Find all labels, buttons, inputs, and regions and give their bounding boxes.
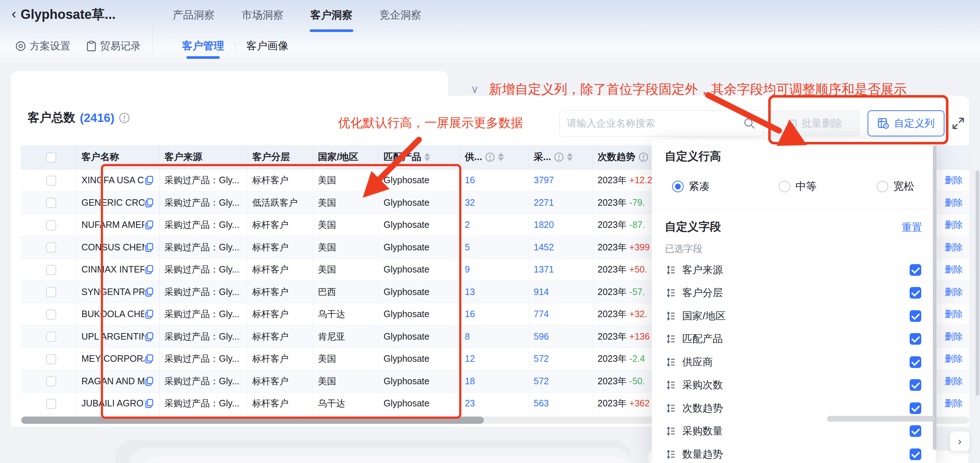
delete-link[interactable]: 删除 <box>945 242 963 252</box>
vertical-scrollbar[interactable] <box>933 145 937 450</box>
row-checkbox[interactable] <box>46 198 56 208</box>
info-icon[interactable] <box>119 112 130 124</box>
supplier-count-link[interactable]: 13 <box>465 287 475 297</box>
nav-tab-1[interactable]: 产品洞察 <box>171 8 216 32</box>
copy-icon[interactable] <box>144 332 154 342</box>
field-checkbox[interactable] <box>910 264 921 276</box>
delete-link[interactable]: 删除 <box>945 353 963 364</box>
sort-icon[interactable] <box>498 153 504 161</box>
info-icon[interactable] <box>485 152 495 162</box>
row-height-radio-3[interactable]: 宽松 <box>877 179 914 194</box>
drag-handle-icon[interactable] <box>665 311 676 321</box>
copy-icon[interactable] <box>144 175 154 185</box>
delete-link[interactable]: 删除 <box>945 398 963 408</box>
purchase-count-link[interactable]: 1452 <box>534 242 554 252</box>
scheme-settings-button[interactable]: 方案设置 <box>15 39 70 53</box>
search-input[interactable] <box>567 118 743 129</box>
drag-handle-icon[interactable] <box>665 426 676 436</box>
nav-tab-2[interactable]: 市场洞察 <box>240 8 285 32</box>
purchase-count-link[interactable]: 2271 <box>534 197 554 208</box>
drag-handle-icon[interactable] <box>665 403 676 414</box>
row-checkbox[interactable] <box>46 376 56 386</box>
supplier-count-link[interactable]: 12 <box>465 353 475 364</box>
purchase-count-link[interactable]: 572 <box>534 353 549 364</box>
copy-icon[interactable] <box>144 198 154 208</box>
nav-tab-4[interactable]: 竞企洞察 <box>378 8 423 32</box>
copy-icon[interactable] <box>144 265 154 274</box>
copy-icon[interactable] <box>144 354 154 364</box>
info-icon[interactable] <box>554 152 564 162</box>
copy-icon[interactable] <box>144 243 154 252</box>
custom-columns-button[interactable]: 自定义列 <box>867 110 945 136</box>
delete-link[interactable]: 删除 <box>945 309 963 319</box>
row-height-radio-2[interactable]: 中等 <box>779 179 816 194</box>
batch-delete-button[interactable]: 批量删除 <box>770 110 859 136</box>
field-checkbox[interactable] <box>910 449 921 460</box>
drag-handle-icon[interactable] <box>665 265 676 275</box>
drag-handle-icon[interactable] <box>665 380 676 390</box>
supplier-count-link[interactable]: 23 <box>465 398 475 408</box>
row-checkbox[interactable] <box>46 220 56 230</box>
panel-horizontal-scrollbar[interactable] <box>827 416 935 421</box>
delete-link[interactable]: 删除 <box>945 287 963 297</box>
column-header[interactable]: 客户名称 <box>76 145 159 169</box>
sub-tab-1[interactable]: 客户管理 <box>181 35 225 59</box>
row-checkbox[interactable] <box>46 176 56 186</box>
column-header[interactable]: 国家/地区 <box>313 145 378 169</box>
row-height-radio-1[interactable]: 紧凑 <box>672 179 710 194</box>
row-checkbox[interactable] <box>46 354 56 364</box>
sub-tab-2[interactable]: 客户画像 <box>245 35 289 59</box>
field-checkbox[interactable] <box>910 402 921 414</box>
page-vertical-scrollbar[interactable] <box>976 171 979 396</box>
field-checkbox[interactable] <box>910 379 921 391</box>
row-checkbox[interactable] <box>46 332 56 342</box>
supplier-count-link[interactable]: 2 <box>465 220 470 230</box>
supplier-count-link[interactable]: 5 <box>465 242 470 252</box>
column-header[interactable]: 供... <box>460 145 528 169</box>
row-checkbox[interactable] <box>46 399 56 409</box>
field-checkbox[interactable] <box>910 310 921 322</box>
drag-handle-icon[interactable] <box>665 357 676 367</box>
purchase-count-link[interactable]: 572 <box>534 376 549 386</box>
row-checkbox[interactable] <box>46 310 56 320</box>
sort-icon[interactable] <box>567 153 573 161</box>
drag-handle-icon[interactable] <box>665 287 676 298</box>
column-header[interactable]: 匹配产品 <box>378 145 460 169</box>
copy-icon[interactable] <box>144 287 154 297</box>
purchase-count-link[interactable]: 563 <box>534 398 549 408</box>
nav-tab-3[interactable]: 客户洞察 <box>309 8 354 32</box>
reset-link[interactable]: 重置 <box>902 220 922 235</box>
copy-icon[interactable] <box>144 376 154 386</box>
next-page-button[interactable]: › <box>950 431 970 452</box>
sort-icon[interactable] <box>424 153 430 161</box>
select-all-checkbox[interactable] <box>46 152 56 163</box>
drag-handle-icon[interactable] <box>665 449 676 460</box>
purchase-count-link[interactable]: 774 <box>534 309 549 319</box>
delete-link[interactable]: 删除 <box>945 197 963 208</box>
purchase-count-link[interactable]: 1371 <box>534 264 554 274</box>
delete-link[interactable]: 删除 <box>945 376 963 386</box>
copy-icon[interactable] <box>144 398 154 408</box>
field-checkbox[interactable] <box>910 333 921 345</box>
field-checkbox[interactable] <box>910 287 921 299</box>
supplier-count-link[interactable]: 9 <box>465 264 470 274</box>
supplier-count-link[interactable]: 8 <box>465 331 470 342</box>
purchase-count-link[interactable]: 3797 <box>534 175 554 185</box>
copy-icon[interactable] <box>144 220 154 230</box>
purchase-count-link[interactable]: 1820 <box>534 220 554 230</box>
column-header[interactable]: 客户来源 <box>159 145 247 169</box>
supplier-count-link[interactable]: 16 <box>465 175 475 185</box>
purchase-count-link[interactable]: 596 <box>534 331 549 342</box>
horizontal-scrollbar-thumb[interactable] <box>21 417 484 424</box>
supplier-count-link[interactable]: 18 <box>465 376 475 386</box>
trade-records-button[interactable]: 贸易记录 <box>86 39 141 53</box>
row-checkbox[interactable] <box>46 287 56 297</box>
column-header[interactable]: 客户分层 <box>247 145 313 169</box>
supplier-count-link[interactable]: 32 <box>465 197 475 208</box>
copy-icon[interactable] <box>144 309 154 319</box>
search-icon[interactable] <box>743 117 756 129</box>
field-checkbox[interactable] <box>910 356 921 368</box>
delete-link[interactable]: 删除 <box>945 175 963 185</box>
delete-link[interactable]: 删除 <box>945 264 963 274</box>
delete-link[interactable]: 删除 <box>945 331 963 342</box>
